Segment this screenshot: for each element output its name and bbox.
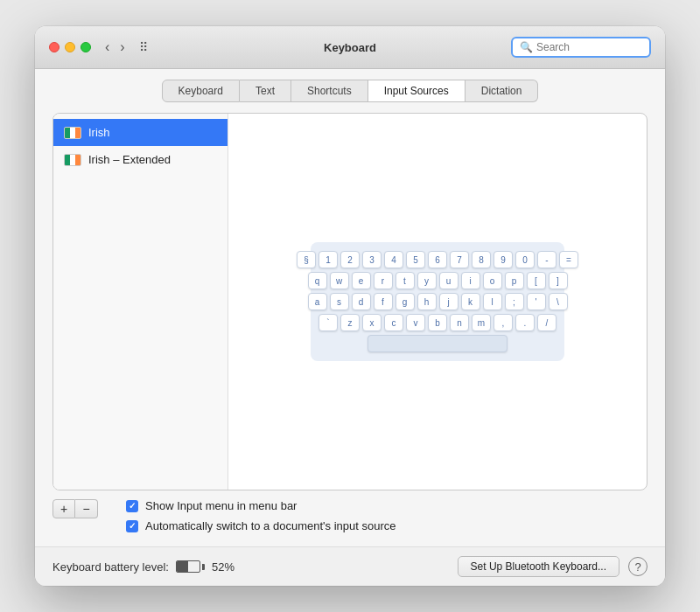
key-k[interactable]: k	[461, 293, 480, 310]
source-item-irish-extended-label: Irish – Extended	[88, 153, 171, 166]
tabs-bar: Keyboard Text Shortcuts Input Sources Di…	[35, 69, 665, 102]
footer: Keyboard battery level: 52% Set Up Bluet…	[35, 546, 665, 586]
source-list: Irish Irish – Extended	[53, 114, 228, 490]
search-input[interactable]	[536, 41, 642, 53]
footer-right: Set Up Bluetooth Keyboard... ?	[458, 556, 648, 577]
window-title: Keyboard	[324, 41, 376, 54]
key-o[interactable]: o	[483, 272, 502, 289]
checkboxes-section: Show Input menu in menu bar Automaticall…	[126, 499, 396, 532]
key-rbracket[interactable]: ]	[549, 272, 568, 289]
key-lbracket[interactable]: [	[527, 272, 546, 289]
key-semicolon[interactable]: ;	[505, 293, 524, 310]
titlebar: ‹ › ⠿ Keyboard 🔍	[35, 26, 665, 69]
key-period[interactable]: .	[515, 314, 535, 331]
source-item-irish[interactable]: Irish	[53, 119, 228, 146]
add-source-button[interactable]: +	[52, 499, 75, 518]
battery-tip	[202, 564, 205, 570]
key-y[interactable]: y	[417, 272, 437, 289]
key-e[interactable]: e	[352, 272, 371, 289]
key-0[interactable]: 0	[515, 251, 535, 268]
key-backslash[interactable]: \	[549, 293, 568, 310]
key-r[interactable]: r	[374, 272, 393, 289]
nav-buttons: ‹ ›	[102, 40, 129, 54]
keyboard-row-5	[321, 335, 554, 352]
key-f[interactable]: f	[374, 293, 393, 310]
battery-percent: 52%	[212, 560, 234, 574]
source-item-irish-extended[interactable]: Irish – Extended	[53, 146, 228, 173]
grid-icon: ⠿	[139, 40, 149, 54]
tab-dictation[interactable]: Dictation	[466, 80, 539, 102]
show-input-menu-row: Show Input menu in menu bar	[126, 499, 396, 512]
key-q[interactable]: q	[308, 272, 327, 289]
key-l[interactable]: l	[483, 293, 502, 310]
key-c[interactable]: c	[384, 314, 403, 331]
key-v[interactable]: v	[406, 314, 425, 331]
key-j[interactable]: j	[439, 293, 458, 310]
key-comma[interactable]: ,	[494, 314, 513, 331]
key-m[interactable]: m	[472, 314, 491, 331]
key-s[interactable]: s	[330, 293, 349, 310]
key-equals[interactable]: =	[559, 251, 578, 268]
irish-flag-icon	[64, 127, 81, 139]
battery-fill	[177, 561, 189, 572]
key-5[interactable]: 5	[406, 251, 425, 268]
key-2[interactable]: 2	[340, 251, 360, 268]
key-3[interactable]: 3	[362, 251, 382, 268]
key-i[interactable]: i	[461, 272, 480, 289]
key-x[interactable]: x	[362, 314, 382, 331]
key-section[interactable]: §	[297, 251, 316, 268]
tab-keyboard[interactable]: Keyboard	[162, 80, 240, 102]
auto-switch-row: Automatically switch to a document's inp…	[126, 519, 396, 532]
keyboard-row-1: § 1 2 3 4 5 6 7 8 9 0 - =	[321, 251, 554, 268]
minimize-button[interactable]	[65, 42, 75, 52]
key-u[interactable]: u	[439, 272, 458, 289]
key-b[interactable]: b	[428, 314, 447, 331]
irish-extended-flag-icon	[64, 154, 81, 166]
key-slash[interactable]: /	[537, 314, 556, 331]
traffic-lights	[49, 42, 91, 52]
close-button[interactable]	[49, 42, 60, 52]
key-1[interactable]: 1	[318, 251, 338, 268]
show-input-menu-checkbox[interactable]	[126, 500, 138, 512]
key-quote[interactable]: '	[527, 293, 546, 310]
source-item-irish-label: Irish	[88, 126, 110, 139]
key-n[interactable]: n	[450, 314, 469, 331]
key-minus[interactable]: -	[537, 251, 556, 268]
tab-shortcuts[interactable]: Shortcuts	[291, 80, 368, 102]
main-window: ‹ › ⠿ Keyboard 🔍 Keyboard Text Shortcuts…	[35, 26, 665, 586]
setup-bluetooth-button[interactable]: Set Up Bluetooth Keyboard...	[458, 556, 620, 577]
battery-icon	[176, 560, 205, 573]
key-d[interactable]: d	[352, 293, 371, 310]
forward-button[interactable]: ›	[116, 40, 128, 54]
key-w[interactable]: w	[330, 272, 349, 289]
key-6[interactable]: 6	[428, 251, 447, 268]
battery-body	[176, 560, 200, 573]
key-space[interactable]	[368, 335, 508, 352]
key-z[interactable]: z	[340, 314, 360, 331]
key-backtick[interactable]: `	[318, 314, 338, 331]
auto-switch-checkbox[interactable]	[126, 520, 138, 532]
help-button[interactable]: ?	[628, 557, 648, 576]
key-7[interactable]: 7	[450, 251, 469, 268]
auto-switch-label: Automatically switch to a document's inp…	[145, 519, 396, 532]
remove-source-button[interactable]: −	[75, 499, 98, 518]
key-9[interactable]: 9	[494, 251, 513, 268]
key-p[interactable]: p	[505, 272, 524, 289]
key-g[interactable]: g	[396, 293, 415, 310]
keyboard-row-3: a s d f g h j k l ; ' \	[321, 293, 554, 310]
back-button[interactable]: ‹	[102, 40, 113, 54]
search-box[interactable]: 🔍	[511, 37, 651, 58]
add-remove-buttons: + −	[52, 499, 98, 518]
key-t[interactable]: t	[396, 272, 415, 289]
key-h[interactable]: h	[417, 293, 437, 310]
key-4[interactable]: 4	[384, 251, 403, 268]
show-input-menu-label: Show Input menu in menu bar	[145, 499, 297, 512]
maximize-button[interactable]	[80, 42, 91, 52]
tab-input-sources[interactable]: Input Sources	[368, 80, 466, 102]
key-a[interactable]: a	[308, 293, 327, 310]
bottom-controls: + − Show Input menu in menu bar Automati…	[52, 490, 648, 536]
keyboard-row-4: ` z x c v b n m , . /	[321, 314, 554, 331]
tab-text[interactable]: Text	[240, 80, 291, 102]
key-8[interactable]: 8	[472, 251, 491, 268]
main-panel: Irish Irish – Extended § 1 2 3 4	[52, 113, 648, 490]
